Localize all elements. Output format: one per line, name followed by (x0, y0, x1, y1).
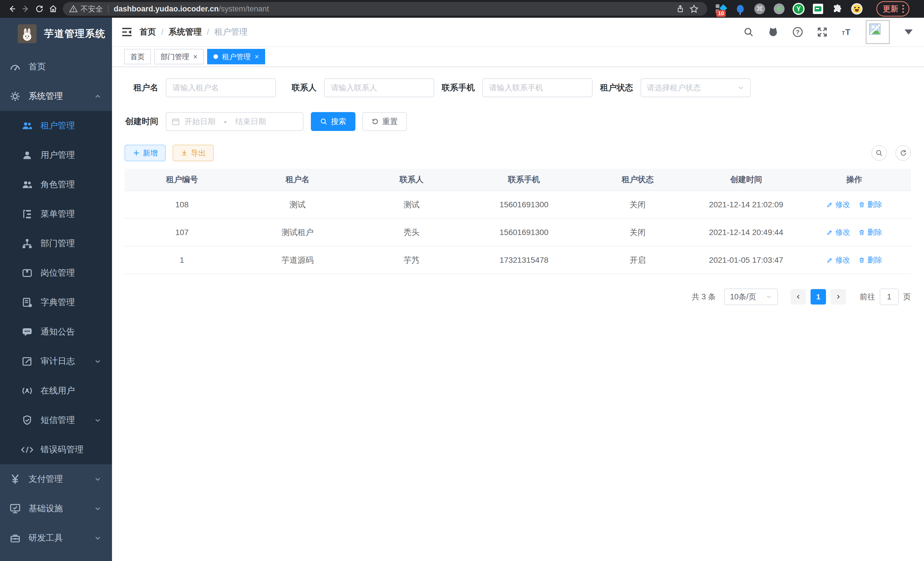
sidebar-item-label: 角色管理 (40, 179, 75, 190)
page-size-select[interactable]: 10条/页 (724, 289, 778, 305)
org-icon (21, 237, 34, 250)
puzzle-extensions-icon[interactable] (831, 3, 844, 15)
recorder-extension-icon[interactable] (773, 3, 785, 15)
balloon-extension-icon[interactable] (734, 3, 747, 15)
browser-update-button[interactable]: 更新 (876, 1, 909, 17)
reset-button[interactable]: 重置 (362, 112, 407, 131)
plus-icon (133, 149, 140, 157)
sidebar-item-tenant[interactable]: 租户管理 (0, 111, 112, 140)
delete-link[interactable]: 删除 (858, 255, 882, 265)
delete-link[interactable]: 删除 (858, 227, 882, 237)
refresh-table-icon[interactable] (896, 145, 911, 161)
breadcrumb-system[interactable]: 系统管理 (169, 26, 202, 38)
dict-icon (21, 296, 34, 309)
profile-avatar-icon[interactable] (850, 3, 863, 15)
toggle-search-icon[interactable] (872, 145, 887, 161)
search-form-row-1: 租户名 联系人 联系手机 租户状态 请选择租户状态 (124, 78, 911, 97)
chat-extension-icon[interactable] (812, 3, 824, 15)
sidebar-item-role[interactable]: 角色管理 (0, 170, 112, 199)
browser-reload-icon[interactable] (33, 2, 46, 16)
start-date-placeholder: 开始日期 (184, 116, 215, 127)
sidebar-item-pay[interactable]: 支付管理 (0, 464, 112, 494)
delete-link[interactable]: 删除 (858, 200, 882, 210)
tab-tenant-active[interactable]: 租户管理 × (207, 49, 265, 64)
prev-page-button[interactable] (790, 289, 806, 305)
error-code-icon (21, 443, 34, 456)
next-page-button[interactable] (831, 289, 846, 305)
github-icon[interactable] (767, 26, 779, 38)
user-avatar[interactable] (866, 20, 890, 44)
tenant-table: 租户编号 租户名 联系人 联系手机 租户状态 创建时间 操作 108 测试 测试… (124, 169, 911, 274)
chevron-down-icon (94, 505, 102, 513)
fullscreen-icon[interactable] (817, 26, 828, 38)
header-search-icon[interactable] (743, 26, 754, 38)
sms-shield-icon (21, 414, 34, 427)
sidebar-item-devtools[interactable]: 研发工具 (0, 523, 112, 553)
breadcrumb-home[interactable]: 首页 (140, 26, 156, 38)
y-extension-icon[interactable]: Y (792, 3, 805, 15)
sidebar-item-label: 部门管理 (40, 238, 75, 249)
mobile-input[interactable] (482, 78, 592, 97)
goto-page-input[interactable] (880, 289, 898, 305)
search-form-row-2: 创建时间 开始日期 - 结束日期 搜索 (124, 112, 911, 131)
security-warning-icon[interactable] (69, 5, 78, 13)
add-button[interactable]: 新增 (124, 145, 166, 161)
edit-link[interactable]: 修改 (826, 200, 850, 210)
tab-home[interactable]: 首页 (124, 49, 151, 64)
status-select[interactable]: 请选择租户状态 (640, 78, 751, 97)
active-dot (213, 54, 218, 59)
close-icon[interactable]: × (193, 53, 197, 60)
audit-log-icon (21, 355, 34, 368)
avatar-dropdown-caret-icon[interactable] (904, 29, 913, 35)
sidebar-item-post[interactable]: 岗位管理 (0, 258, 112, 288)
browser-forward-icon[interactable] (19, 2, 33, 16)
export-button[interactable]: 导出 (172, 145, 214, 161)
url-path[interactable]: /system/tenant (219, 5, 269, 14)
search-icon (320, 118, 327, 125)
current-page-button[interactable]: 1 (811, 289, 826, 305)
sidebar-item-audit-log[interactable]: 审计日志 (0, 347, 112, 376)
sidebar-item-home[interactable]: 首页 (0, 52, 112, 81)
close-icon[interactable]: × (255, 53, 259, 60)
security-label[interactable]: 不安全 (81, 4, 103, 14)
sidebar-item-error-code[interactable]: 错误码管理 (0, 435, 112, 464)
chevron-down-icon (94, 475, 102, 483)
browser-home-icon[interactable] (46, 2, 60, 16)
contact-input[interactable] (324, 78, 434, 97)
sidebar-item-online-user[interactable]: 在线用户 (0, 376, 112, 405)
trash-icon (858, 201, 865, 208)
sidebar-item-infra[interactable]: 基础设施 (0, 494, 112, 523)
bookmark-star-icon[interactable] (687, 2, 701, 16)
tenant-name-input[interactable] (166, 78, 276, 97)
refresh-icon (371, 118, 379, 125)
help-question-icon[interactable]: ? (792, 26, 803, 38)
search-button[interactable]: 搜索 (311, 112, 356, 131)
infra-icon (9, 502, 22, 515)
tab-dept[interactable]: 部门管理 × (154, 49, 204, 64)
browser-menu-icon[interactable] (902, 5, 904, 13)
slides-extension-icon[interactable]: 10 (715, 3, 727, 15)
edit-link[interactable]: 修改 (826, 227, 850, 237)
logo-link[interactable]: 芋道管理系统 (0, 18, 112, 50)
sidebar-item-dict[interactable]: 字典管理 (0, 288, 112, 317)
edit-link[interactable]: 修改 (826, 255, 850, 265)
sidebar-item-notice[interactable]: 通知公告 (0, 317, 112, 347)
status-label: 租户状态 (599, 82, 633, 93)
sidebar-item-label: 在线用户 (40, 385, 75, 397)
chevron-down-icon (94, 357, 102, 365)
font-size-icon[interactable]: TT (841, 26, 853, 38)
share-icon[interactable] (674, 2, 687, 16)
sidebar-item-system[interactable]: 系统管理 (0, 81, 112, 111)
chevron-down-icon (737, 84, 745, 92)
browser-back-icon[interactable] (5, 2, 19, 16)
sidebar-item-dept[interactable]: 部门管理 (0, 229, 112, 258)
trash-icon (858, 257, 865, 264)
url-host[interactable]: dashboard.yudao.iocoder.cn (114, 5, 219, 14)
sidebar-collapse-icon[interactable] (121, 26, 133, 38)
sidebar-item-menu[interactable]: 菜单管理 (0, 199, 112, 229)
url-bar[interactable]: 不安全 dashboard.yudao.iocoder.cn /system/t… (63, 2, 707, 16)
sidebar-item-user[interactable]: 用户管理 (0, 140, 112, 170)
create-time-range-picker[interactable]: 开始日期 - 结束日期 (166, 112, 303, 131)
command-extension-icon[interactable]: ⌘ (753, 3, 766, 15)
sidebar-item-sms[interactable]: 短信管理 (0, 405, 112, 435)
